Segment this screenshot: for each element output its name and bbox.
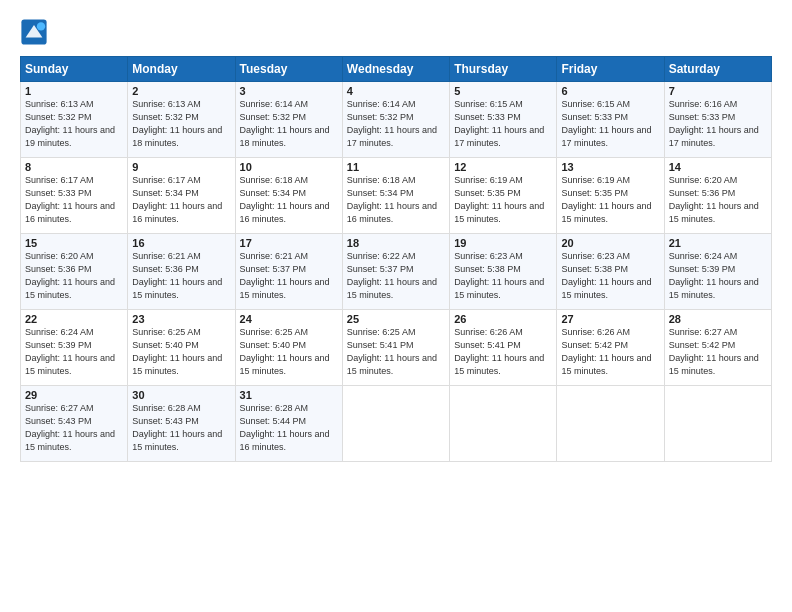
calendar-cell [664,386,771,462]
day-info: Sunrise: 6:28 AMSunset: 5:44 PMDaylight:… [240,402,338,454]
calendar-cell: 26Sunrise: 6:26 AMSunset: 5:41 PMDayligh… [450,310,557,386]
svg-point-2 [37,22,45,30]
column-header-monday: Monday [128,57,235,82]
day-number: 26 [454,313,552,325]
calendar-table: SundayMondayTuesdayWednesdayThursdayFrid… [20,56,772,462]
day-info: Sunrise: 6:14 AMSunset: 5:32 PMDaylight:… [347,98,445,150]
day-info: Sunrise: 6:17 AMSunset: 5:34 PMDaylight:… [132,174,230,226]
day-info: Sunrise: 6:25 AMSunset: 5:41 PMDaylight:… [347,326,445,378]
day-number: 10 [240,161,338,173]
day-info: Sunrise: 6:13 AMSunset: 5:32 PMDaylight:… [132,98,230,150]
column-header-thursday: Thursday [450,57,557,82]
day-info: Sunrise: 6:25 AMSunset: 5:40 PMDaylight:… [132,326,230,378]
calendar-cell: 12Sunrise: 6:19 AMSunset: 5:35 PMDayligh… [450,158,557,234]
calendar-week-row: 29Sunrise: 6:27 AMSunset: 5:43 PMDayligh… [21,386,772,462]
day-info: Sunrise: 6:20 AMSunset: 5:36 PMDaylight:… [25,250,123,302]
day-info: Sunrise: 6:27 AMSunset: 5:43 PMDaylight:… [25,402,123,454]
calendar-cell: 20Sunrise: 6:23 AMSunset: 5:38 PMDayligh… [557,234,664,310]
calendar-cell: 10Sunrise: 6:18 AMSunset: 5:34 PMDayligh… [235,158,342,234]
calendar-cell: 1Sunrise: 6:13 AMSunset: 5:32 PMDaylight… [21,82,128,158]
column-header-wednesday: Wednesday [342,57,449,82]
day-number: 28 [669,313,767,325]
day-info: Sunrise: 6:17 AMSunset: 5:33 PMDaylight:… [25,174,123,226]
day-number: 12 [454,161,552,173]
day-number: 7 [669,85,767,97]
day-info: Sunrise: 6:19 AMSunset: 5:35 PMDaylight:… [454,174,552,226]
day-info: Sunrise: 6:28 AMSunset: 5:43 PMDaylight:… [132,402,230,454]
calendar-cell [342,386,449,462]
day-number: 18 [347,237,445,249]
calendar-cell: 18Sunrise: 6:22 AMSunset: 5:37 PMDayligh… [342,234,449,310]
day-number: 19 [454,237,552,249]
day-info: Sunrise: 6:23 AMSunset: 5:38 PMDaylight:… [561,250,659,302]
day-number: 30 [132,389,230,401]
day-info: Sunrise: 6:25 AMSunset: 5:40 PMDaylight:… [240,326,338,378]
column-header-saturday: Saturday [664,57,771,82]
calendar-cell: 30Sunrise: 6:28 AMSunset: 5:43 PMDayligh… [128,386,235,462]
column-header-sunday: Sunday [21,57,128,82]
day-number: 23 [132,313,230,325]
calendar-cell: 9Sunrise: 6:17 AMSunset: 5:34 PMDaylight… [128,158,235,234]
logo [20,18,52,46]
day-number: 2 [132,85,230,97]
calendar-cell: 3Sunrise: 6:14 AMSunset: 5:32 PMDaylight… [235,82,342,158]
page-header [20,18,772,46]
day-number: 22 [25,313,123,325]
day-info: Sunrise: 6:13 AMSunset: 5:32 PMDaylight:… [25,98,123,150]
calendar-cell [450,386,557,462]
day-number: 29 [25,389,123,401]
day-number: 21 [669,237,767,249]
day-number: 15 [25,237,123,249]
day-number: 16 [132,237,230,249]
day-number: 17 [240,237,338,249]
calendar-cell: 8Sunrise: 6:17 AMSunset: 5:33 PMDaylight… [21,158,128,234]
calendar-cell: 24Sunrise: 6:25 AMSunset: 5:40 PMDayligh… [235,310,342,386]
day-number: 25 [347,313,445,325]
day-number: 6 [561,85,659,97]
calendar-cell: 11Sunrise: 6:18 AMSunset: 5:34 PMDayligh… [342,158,449,234]
calendar-cell [557,386,664,462]
calendar-week-row: 22Sunrise: 6:24 AMSunset: 5:39 PMDayligh… [21,310,772,386]
day-number: 20 [561,237,659,249]
day-info: Sunrise: 6:15 AMSunset: 5:33 PMDaylight:… [454,98,552,150]
column-header-friday: Friday [557,57,664,82]
calendar-body: 1Sunrise: 6:13 AMSunset: 5:32 PMDaylight… [21,82,772,462]
day-info: Sunrise: 6:21 AMSunset: 5:36 PMDaylight:… [132,250,230,302]
day-number: 13 [561,161,659,173]
calendar-cell: 17Sunrise: 6:21 AMSunset: 5:37 PMDayligh… [235,234,342,310]
calendar-cell: 31Sunrise: 6:28 AMSunset: 5:44 PMDayligh… [235,386,342,462]
day-info: Sunrise: 6:19 AMSunset: 5:35 PMDaylight:… [561,174,659,226]
day-info: Sunrise: 6:24 AMSunset: 5:39 PMDaylight:… [669,250,767,302]
calendar-cell: 15Sunrise: 6:20 AMSunset: 5:36 PMDayligh… [21,234,128,310]
day-info: Sunrise: 6:16 AMSunset: 5:33 PMDaylight:… [669,98,767,150]
logo-icon [20,18,48,46]
day-number: 8 [25,161,123,173]
day-info: Sunrise: 6:18 AMSunset: 5:34 PMDaylight:… [240,174,338,226]
day-number: 4 [347,85,445,97]
day-info: Sunrise: 6:20 AMSunset: 5:36 PMDaylight:… [669,174,767,226]
calendar-cell: 25Sunrise: 6:25 AMSunset: 5:41 PMDayligh… [342,310,449,386]
day-number: 3 [240,85,338,97]
calendar-cell: 19Sunrise: 6:23 AMSunset: 5:38 PMDayligh… [450,234,557,310]
calendar-cell: 4Sunrise: 6:14 AMSunset: 5:32 PMDaylight… [342,82,449,158]
day-info: Sunrise: 6:26 AMSunset: 5:42 PMDaylight:… [561,326,659,378]
day-info: Sunrise: 6:22 AMSunset: 5:37 PMDaylight:… [347,250,445,302]
column-header-tuesday: Tuesday [235,57,342,82]
day-info: Sunrise: 6:14 AMSunset: 5:32 PMDaylight:… [240,98,338,150]
calendar-cell: 27Sunrise: 6:26 AMSunset: 5:42 PMDayligh… [557,310,664,386]
calendar-cell: 28Sunrise: 6:27 AMSunset: 5:42 PMDayligh… [664,310,771,386]
day-info: Sunrise: 6:24 AMSunset: 5:39 PMDaylight:… [25,326,123,378]
calendar-page: SundayMondayTuesdayWednesdayThursdayFrid… [0,0,792,612]
calendar-week-row: 1Sunrise: 6:13 AMSunset: 5:32 PMDaylight… [21,82,772,158]
day-number: 1 [25,85,123,97]
day-number: 11 [347,161,445,173]
day-number: 27 [561,313,659,325]
calendar-cell: 2Sunrise: 6:13 AMSunset: 5:32 PMDaylight… [128,82,235,158]
calendar-cell: 29Sunrise: 6:27 AMSunset: 5:43 PMDayligh… [21,386,128,462]
day-info: Sunrise: 6:18 AMSunset: 5:34 PMDaylight:… [347,174,445,226]
day-number: 14 [669,161,767,173]
day-info: Sunrise: 6:27 AMSunset: 5:42 PMDaylight:… [669,326,767,378]
day-info: Sunrise: 6:23 AMSunset: 5:38 PMDaylight:… [454,250,552,302]
day-info: Sunrise: 6:26 AMSunset: 5:41 PMDaylight:… [454,326,552,378]
calendar-cell: 7Sunrise: 6:16 AMSunset: 5:33 PMDaylight… [664,82,771,158]
